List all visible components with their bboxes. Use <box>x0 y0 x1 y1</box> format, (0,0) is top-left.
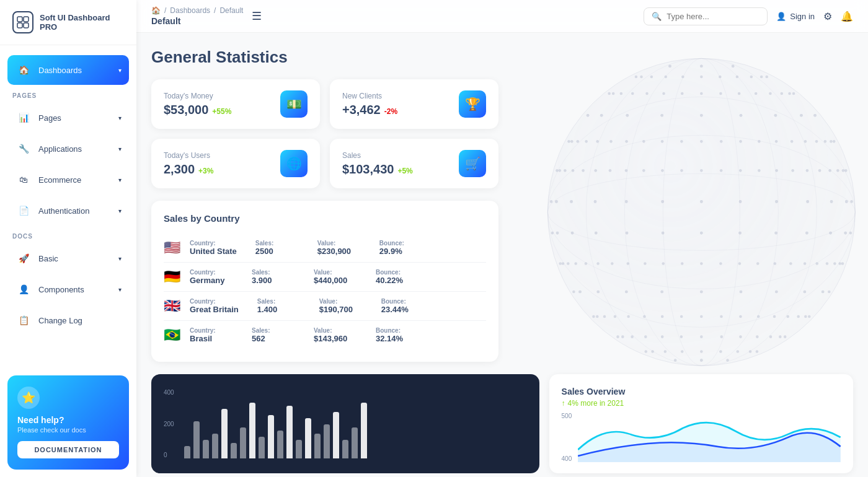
country-flag-2: 🇬🇧 <box>164 298 182 314</box>
svg-rect-0 <box>17 17 22 22</box>
svg-point-32 <box>720 335 724 338</box>
svg-point-202 <box>800 114 803 117</box>
svg-point-217 <box>755 92 758 95</box>
sidebar-item-changelog[interactable]: 📋 Change Log <box>7 305 129 335</box>
stat-icon-1: 🏆 <box>459 90 486 118</box>
svg-point-23 <box>756 350 759 353</box>
overview-y-500: 500 <box>562 413 572 419</box>
svg-point-166 <box>806 169 809 172</box>
sidebar-item-ecommerce-label: Ecommerce <box>38 175 81 185</box>
bar-chart-card: 400 200 0 <box>151 374 539 473</box>
sidebar-item-dashboards[interactable]: 🏠 Dashboards ▾ <box>7 55 129 85</box>
svg-point-100 <box>626 232 629 235</box>
sales-by-country-title: Sales by Country <box>164 213 486 224</box>
stat-change-2: +3% <box>198 167 213 175</box>
bar-16 <box>333 412 339 458</box>
svg-point-128 <box>550 200 553 203</box>
country-flag-3: 🇧🇷 <box>164 327 182 343</box>
svg-point-146 <box>700 169 703 172</box>
header-right: 🔍 👤 Sign in ⚙ 🔔 <box>644 7 853 25</box>
country-sales-1: 3.900 <box>252 276 295 285</box>
svg-point-199 <box>700 114 703 117</box>
svg-point-77 <box>627 262 630 265</box>
svg-point-125 <box>594 200 597 203</box>
search-icon: 🔍 <box>652 12 662 21</box>
stat-change-3: +5% <box>397 167 412 175</box>
sidebar-item-pages[interactable]: 📊 Pages ▾ <box>7 103 129 133</box>
pages-section-label: PAGES <box>7 86 129 103</box>
svg-point-141 <box>845 200 848 203</box>
bar-0 <box>184 446 190 458</box>
svg-point-11 <box>586 58 817 365</box>
stat-icon-3: 🛒 <box>459 150 486 177</box>
bell-icon[interactable]: 🔔 <box>841 11 853 22</box>
stat-change-0: +55% <box>212 107 231 116</box>
svg-point-99 <box>662 232 665 235</box>
country-sales-0: 2500 <box>255 247 299 256</box>
svg-point-41 <box>603 315 606 318</box>
svg-point-101 <box>595 232 598 235</box>
settings-icon[interactable]: ⚙ <box>823 11 832 22</box>
svg-point-89 <box>789 262 792 265</box>
svg-point-34 <box>779 335 782 338</box>
svg-rect-2 <box>17 23 22 28</box>
sidebar-item-authentication[interactable]: 📄 Authentication ▾ <box>7 196 129 225</box>
sidebar-item-basic-label: Basic <box>38 254 58 263</box>
svg-point-170 <box>661 140 664 143</box>
svg-point-92 <box>841 262 844 265</box>
country-row-3: 🇧🇷 Country: Brasil Sales: 562 Value: $14… <box>164 321 486 349</box>
svg-point-6 <box>547 135 855 289</box>
svg-point-22 <box>749 350 752 353</box>
sidebar-item-applications[interactable]: 🔧 Applications ▾ <box>7 134 129 164</box>
svg-point-213 <box>620 92 623 95</box>
country-value-1: $440,000 <box>314 276 357 285</box>
svg-point-51 <box>808 315 811 318</box>
bar-19 <box>361 403 367 458</box>
svg-point-58 <box>596 291 600 294</box>
bar-y-200: 200 <box>164 421 174 427</box>
dashboards-icon: 🏠 <box>15 61 32 79</box>
overview-y-400: 400 <box>562 455 572 462</box>
svg-point-93 <box>838 262 841 265</box>
svg-point-53 <box>773 315 776 318</box>
svg-point-70 <box>828 291 831 294</box>
country-value-2: $190,700 <box>319 305 363 314</box>
svg-point-145 <box>739 200 742 203</box>
svg-point-123 <box>661 200 664 203</box>
svg-point-209 <box>662 92 665 95</box>
svg-point-39 <box>661 315 664 318</box>
sidebar-item-ecommerce[interactable]: 🛍 Ecommerce ▾ <box>7 165 129 195</box>
svg-point-183 <box>815 140 818 143</box>
hamburger-icon[interactable]: ☰ <box>252 9 262 23</box>
search-box[interactable]: 🔍 <box>644 7 768 25</box>
sidebar-item-components[interactable]: 👤 Components ▾ <box>7 274 129 304</box>
stat-value-2: 2,300 <box>164 162 195 177</box>
svg-point-164 <box>842 169 845 172</box>
overview-chart <box>578 413 841 462</box>
svg-point-186 <box>824 140 827 143</box>
svg-point-162 <box>836 169 839 172</box>
svg-point-37 <box>739 335 742 338</box>
bar-4 <box>221 409 228 458</box>
sidebar-logo: Soft UI Dashboard PRO <box>0 0 136 45</box>
chevron-pages-icon: ▾ <box>118 115 122 121</box>
svg-point-28 <box>616 335 619 338</box>
stat-icon-2: 🌐 <box>280 150 308 177</box>
svg-point-72 <box>804 291 807 294</box>
svg-point-138 <box>830 200 833 203</box>
sign-in-label: Sign in <box>790 12 815 21</box>
svg-point-175 <box>570 140 574 143</box>
sidebar-item-basic[interactable]: 🚀 Basic ▾ <box>7 243 129 273</box>
svg-point-214 <box>645 92 649 95</box>
svg-point-135 <box>739 200 742 203</box>
sign-in-button[interactable]: 👤 Sign in <box>776 12 815 21</box>
search-input[interactable] <box>666 12 760 21</box>
svg-point-110 <box>700 232 703 235</box>
svg-point-113 <box>805 232 808 235</box>
sales-overview-card: Sales Overview ↑ 4% more in 2021 500 400 <box>549 374 853 473</box>
documentation-button[interactable]: DOCUMENTATION <box>17 441 119 458</box>
svg-point-81 <box>559 262 562 265</box>
home-icon: 🏠 <box>151 6 161 15</box>
svg-point-159 <box>758 169 761 172</box>
svg-point-20 <box>681 350 684 353</box>
